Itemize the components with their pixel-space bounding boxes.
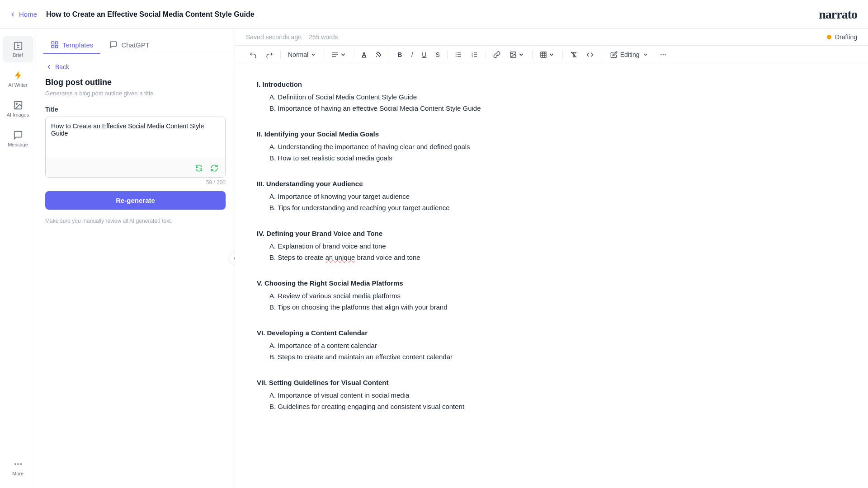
saved-label: Saved seconds ago	[246, 33, 302, 41]
style-dropdown[interactable]: Normal	[284, 49, 320, 60]
sub-item: A. Understanding the importance of havin…	[257, 141, 618, 153]
section-desc: Generates a blog post outline given a ti…	[45, 90, 226, 97]
back-button[interactable]: Back	[45, 63, 226, 70]
align-chevron-icon	[340, 51, 347, 58]
rotate-icon	[210, 164, 218, 172]
svg-point-16	[455, 54, 456, 55]
sidebar-item-more[interactable]: More	[3, 455, 33, 481]
content-section: II. Identifying your Social Media GoalsA…	[257, 128, 618, 164]
divider-6	[486, 50, 486, 59]
format-clear-button[interactable]	[566, 49, 581, 60]
sidebar-item-ai-writer[interactable]: AI Writer	[3, 66, 33, 92]
sidebar-label-ai-writer: AI Writer	[8, 82, 28, 88]
editing-label: Editing	[620, 51, 640, 58]
text-color-button[interactable]: A	[358, 49, 370, 60]
sub-item: B. Tips for understanding and reaching y…	[257, 202, 618, 214]
redo-icon	[266, 51, 273, 58]
highlight-icon	[375, 51, 382, 58]
doc-body[interactable]: I. IntroductionA. Definition of Social M…	[257, 79, 618, 427]
svg-point-15	[455, 52, 456, 53]
italic-button[interactable]: I	[407, 49, 416, 60]
sub-item: A. Importance of a content calendar	[257, 340, 618, 352]
link-button[interactable]	[490, 49, 504, 60]
content-section: V. Choosing the Right Social Media Platf…	[257, 277, 618, 313]
sidebar-item-brief[interactable]: Brief	[3, 36, 33, 62]
ellipsis-icon	[660, 51, 667, 58]
logo: narrato	[819, 7, 857, 22]
undo-icon	[250, 51, 257, 58]
sidebar-item-ai-images[interactable]: AI Images	[3, 96, 33, 122]
numbered-list-button[interactable]: 1 2 3	[467, 49, 482, 60]
svg-rect-26	[541, 52, 546, 57]
warning-text: Make sure you manually review all AI gen…	[45, 217, 226, 225]
title-textarea[interactable]	[46, 117, 225, 157]
sidebar-label-ai-images: AI Images	[7, 112, 29, 117]
text-color-icon: A	[362, 51, 366, 58]
sidebar-label-more: More	[12, 471, 24, 476]
underline-icon: U	[422, 51, 426, 58]
section-title: Blog post outline	[45, 78, 226, 87]
section-header: VII. Setting Guidelines for Visual Conte…	[257, 377, 618, 389]
image-embed-button[interactable]	[506, 49, 528, 60]
lightning-icon	[13, 70, 23, 80]
sub-item: A. Importance of knowing your target aud…	[257, 191, 618, 202]
drafting-dot	[827, 35, 831, 39]
more-options-button[interactable]	[656, 49, 670, 60]
bullet-list-icon	[455, 51, 462, 58]
editor-scroll[interactable]: I. IntroductionA. Definition of Social M…	[235, 64, 868, 488]
content-section: VII. Setting Guidelines for Visual Conte…	[257, 377, 618, 413]
section-header: V. Choosing the Right Social Media Platf…	[257, 277, 618, 289]
svg-point-33	[662, 54, 664, 56]
sidebar-label-message: Message	[8, 142, 28, 147]
strikethrough-button[interactable]: S	[432, 49, 443, 60]
divider-1	[280, 50, 281, 59]
table-button[interactable]	[536, 49, 559, 60]
section-header: VI. Developing a Content Calendar	[257, 327, 618, 339]
svg-rect-6	[56, 42, 58, 44]
sub-item: A. Importance of visual content in socia…	[257, 389, 618, 401]
sidebar-item-message[interactable]: Message	[3, 126, 33, 152]
bold-button[interactable]: B	[394, 49, 406, 60]
regenerate-button[interactable]: Re-generate	[45, 191, 226, 210]
divider-2	[324, 50, 324, 59]
content-section: I. IntroductionA. Definition of Social M…	[257, 79, 618, 114]
sub-item: B. Steps to create an unique brand voice…	[257, 252, 618, 263]
title-textarea-wrapper	[45, 117, 226, 178]
redo-button[interactable]	[262, 49, 277, 60]
back-label: Back	[55, 63, 69, 70]
undo-button[interactable]	[246, 49, 260, 60]
content-section: VI. Developing a Content CalendarA. Impo…	[257, 327, 618, 363]
refresh-icon-button[interactable]	[193, 162, 205, 174]
panel: Templates ChatGPT Back Blog post outline	[36, 29, 235, 488]
align-button[interactable]	[328, 49, 350, 60]
tab-chatgpt[interactable]: ChatGPT	[102, 36, 157, 54]
svg-point-32	[660, 54, 662, 56]
bold-icon: B	[397, 51, 402, 58]
image-icon	[13, 100, 23, 110]
highlight-button[interactable]	[372, 49, 386, 60]
italic-icon: I	[411, 51, 413, 58]
home-link[interactable]: Home	[9, 10, 37, 18]
back-arrow-icon	[45, 63, 52, 70]
regenerate-icon-button[interactable]	[208, 162, 221, 174]
chevron-left-small-icon	[231, 255, 235, 262]
svg-point-2	[14, 463, 16, 465]
code-button[interactable]	[583, 49, 597, 60]
sub-item: A. Definition of Social Media Content St…	[257, 91, 618, 103]
section-header: IV. Defining your Brand Voice and Tone	[257, 228, 618, 239]
bullet-list-button[interactable]	[451, 49, 466, 60]
editing-dropdown[interactable]: Editing	[605, 49, 654, 60]
document-icon	[13, 41, 23, 51]
sub-item: B. Tips on choosing the platforms that a…	[257, 301, 618, 313]
divider-9	[601, 50, 601, 59]
svg-point-3	[17, 463, 19, 465]
svg-point-17	[455, 56, 456, 57]
tab-templates[interactable]: Templates	[43, 36, 100, 54]
divider-4	[390, 50, 390, 59]
sub-item: B. Guidelines for creating engaging and …	[257, 401, 618, 413]
sub-item: B. Steps to create and maintain an effec…	[257, 351, 618, 363]
editing-chevron-icon	[642, 52, 649, 58]
divider-8	[562, 50, 563, 59]
underline-button[interactable]: U	[418, 49, 430, 60]
grid-icon	[51, 41, 59, 49]
